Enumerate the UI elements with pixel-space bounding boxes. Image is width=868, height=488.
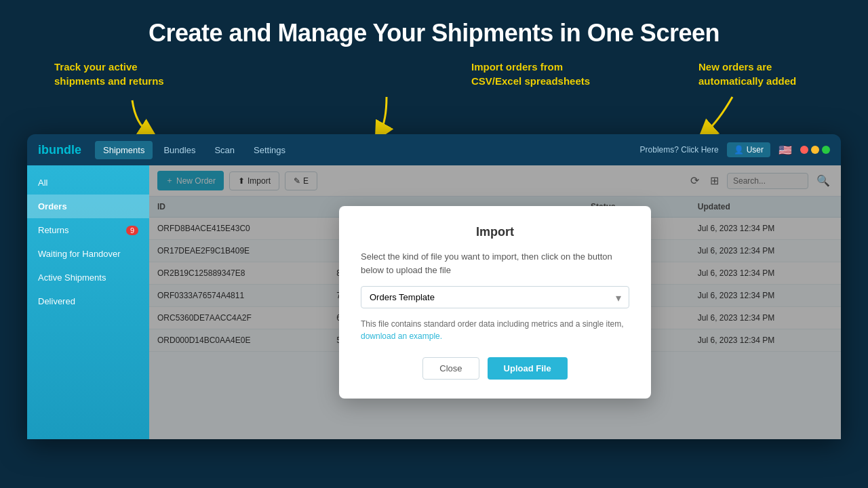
- nav-settings[interactable]: Settings: [245, 141, 294, 159]
- minimize-window-btn[interactable]: [811, 146, 819, 154]
- modal-info: This file contains standard order data i…: [361, 318, 629, 342]
- upload-file-button[interactable]: Upload File: [488, 357, 568, 380]
- sidebar-item-orders[interactable]: Orders: [27, 195, 149, 218]
- close-window-btn[interactable]: [800, 146, 808, 154]
- template-select[interactable]: Orders Template Custom Template CSV File: [361, 286, 629, 308]
- download-example-link[interactable]: download an example.: [361, 331, 442, 341]
- maximize-window-btn[interactable]: [822, 146, 830, 154]
- modal-description: Select the kind of file you want to impo…: [361, 250, 629, 277]
- sidebar-item-active-shipments[interactable]: Active Shipments: [27, 266, 149, 289]
- template-select-wrap: Orders Template Custom Template CSV File…: [361, 286, 629, 308]
- nav-bundles[interactable]: Bundles: [155, 141, 203, 159]
- window-controls: [800, 146, 830, 154]
- hero-title: Create and Manage Your Shipments in One …: [0, 19, 868, 47]
- returns-badge: 9: [126, 226, 138, 235]
- close-button[interactable]: Close: [422, 357, 479, 380]
- arrows-svg: [27, 60, 841, 134]
- app-logo: ibundle: [38, 143, 81, 157]
- sidebar-item-delivered[interactable]: Delivered: [27, 289, 149, 313]
- navbar-right: Problems? Click Here 👤 User 🇺🇸: [640, 142, 830, 157]
- nav-shipments[interactable]: Shipments: [95, 141, 153, 159]
- hero-section: Create and Manage Your Shipments in One …: [0, 0, 868, 60]
- modal-footer: Close Upload File: [361, 357, 629, 380]
- sidebar-item-returns[interactable]: Returns 9: [27, 218, 149, 242]
- user-badge: 👤 User: [727, 142, 770, 157]
- modal-overlay: Import Select the kind of file you want …: [149, 165, 841, 439]
- sidebar-item-all[interactable]: All: [27, 171, 149, 195]
- import-modal: Import Select the kind of file you want …: [339, 206, 651, 399]
- user-icon: 👤: [734, 145, 744, 155]
- modal-title: Import: [361, 225, 629, 239]
- content-area: ＋ New Order ⬆ Import ✎ E ⟳ ⊞ 🔍: [149, 165, 841, 439]
- sidebar-item-waiting[interactable]: Waiting for Handover: [27, 242, 149, 266]
- navbar: ibundle Shipments Bundles Scan Settings …: [27, 134, 841, 165]
- main-layout: All Orders Returns 9 Waiting for Handove…: [27, 165, 841, 439]
- sidebar: All Orders Returns 9 Waiting for Handove…: [27, 165, 149, 439]
- flag-icon[interactable]: 🇺🇸: [778, 144, 792, 157]
- app-window: ibundle Shipments Bundles Scan Settings …: [27, 134, 841, 439]
- problems-button[interactable]: Problems? Click Here: [640, 145, 719, 155]
- nav-scan[interactable]: Scan: [206, 141, 243, 159]
